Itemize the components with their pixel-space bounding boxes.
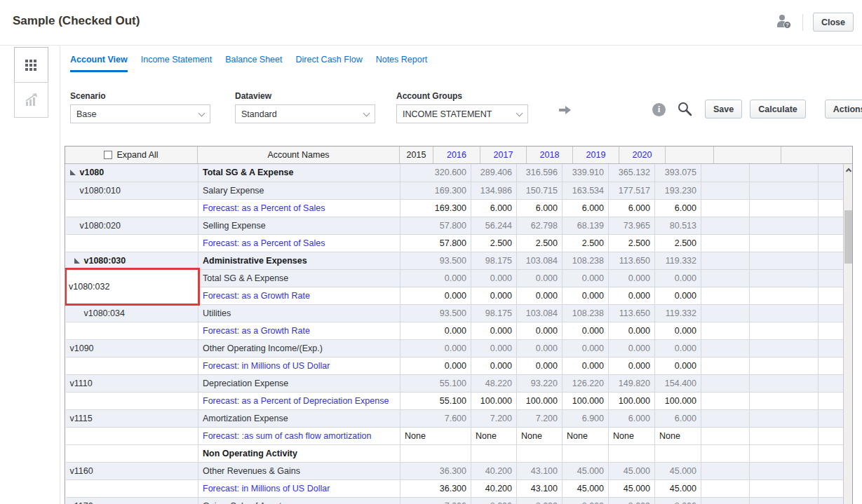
value-cell[interactable]: 339.910	[563, 164, 609, 182]
value-cell[interactable]: 113.650	[609, 304, 655, 322]
forecast-method-link[interactable]: Forecast: :as sum of cash flow amortizat…	[198, 427, 400, 444]
value-cell[interactable]: 0.000	[563, 357, 609, 374]
actions-button[interactable]: Actions	[825, 100, 862, 118]
scrollbar-thumb[interactable]	[844, 210, 853, 264]
value-cell[interactable]: 43.100	[517, 462, 563, 479]
account-name-cell[interactable]: Utilities	[198, 304, 400, 322]
value-cell[interactable]	[517, 444, 563, 462]
value-cell[interactable]: 73.965	[609, 217, 655, 234]
forecast-method-link[interactable]: Forecast: as a Growth Rate	[198, 322, 400, 339]
forecast-method-link[interactable]: Forecast: as a Percent of Sales	[198, 234, 400, 252]
value-cell[interactable]: 320.600	[400, 164, 471, 182]
chart-view-button[interactable]	[14, 82, 48, 118]
value-cell[interactable]: 0.000	[609, 287, 655, 304]
value-cell[interactable]: 0.000	[471, 269, 517, 287]
value-cell[interactable]: 0.000	[655, 287, 701, 304]
value-cell[interactable]: 6.000	[517, 199, 563, 217]
value-cell[interactable]: 0.000	[563, 269, 609, 287]
value-cell[interactable]: None	[655, 427, 701, 444]
value-cell[interactable]: 0.000	[655, 322, 701, 339]
value-cell[interactable]: 149.820	[609, 374, 655, 392]
account-code-cell[interactable]: v1090	[66, 339, 198, 357]
value-cell[interactable]: 36.300	[400, 479, 471, 497]
account-code-cell[interactable]: v1080	[66, 164, 198, 182]
value-cell[interactable]: 0.000	[471, 339, 517, 357]
value-cell[interactable]: 0.000	[517, 287, 563, 304]
value-cell[interactable]: 62.798	[517, 217, 563, 234]
value-cell[interactable]: 0.000	[655, 339, 701, 357]
value-cell[interactable]: 103.084	[517, 252, 563, 269]
value-cell[interactable]: 100.000	[609, 392, 655, 409]
expanded-triangle-icon[interactable]	[70, 170, 76, 175]
value-cell[interactable]: 45.000	[563, 479, 609, 497]
value-cell[interactable]: 6.000	[609, 409, 655, 427]
account-code-cell[interactable]	[66, 479, 198, 497]
value-cell[interactable]: 7.200	[517, 409, 563, 427]
value-cell[interactable]: 0.000	[400, 357, 471, 374]
value-cell[interactable]: 0.000	[517, 357, 563, 374]
value-cell[interactable]: 0.000	[563, 322, 609, 339]
tab-balance-sheet[interactable]: Balance Sheet	[225, 55, 282, 72]
value-cell[interactable]: None	[563, 427, 609, 444]
value-cell[interactable]: 6.900	[563, 409, 609, 427]
value-cell[interactable]: 163.534	[563, 182, 609, 199]
value-cell[interactable]: 45.000	[563, 462, 609, 479]
save-button[interactable]: Save	[705, 100, 742, 118]
account-name-cell[interactable]: Other Operating Income/(Exp.)	[198, 339, 400, 357]
value-cell[interactable]: 0.000	[400, 287, 471, 304]
account-code-cell[interactable]	[66, 234, 198, 252]
value-cell[interactable]: 98.175	[471, 252, 517, 269]
close-button[interactable]: Close	[813, 13, 854, 32]
value-cell[interactable]: 365.132	[609, 164, 655, 182]
value-cell[interactable]: 2.500	[655, 234, 701, 252]
apply-arrow-icon[interactable]	[558, 104, 573, 119]
vertical-scrollbar[interactable]	[843, 164, 853, 504]
value-cell[interactable]: None	[517, 427, 563, 444]
value-cell[interactable]: 103.084	[517, 304, 563, 322]
account-name-cell[interactable]: Selling Expense	[198, 217, 400, 234]
value-cell[interactable]: 0.000	[655, 269, 701, 287]
forecast-method-link[interactable]: Forecast: as a Growth Rate	[198, 287, 400, 304]
value-cell[interactable]: 8.000	[609, 497, 655, 504]
value-cell[interactable]: 100.000	[517, 392, 563, 409]
value-cell[interactable]: 2.500	[517, 234, 563, 252]
value-cell[interactable]: 0.000	[471, 322, 517, 339]
value-cell[interactable]: 0.000	[517, 322, 563, 339]
account-code-cell[interactable]: v1170	[66, 497, 198, 504]
value-cell[interactable]: 45.000	[609, 479, 655, 497]
value-cell[interactable]: 57.800	[400, 234, 471, 252]
account-name-cell[interactable]: Gains: Sale of Assets	[198, 497, 400, 504]
account-code-cell[interactable]: v1080:010	[66, 182, 198, 199]
account-code-cell[interactable]	[66, 357, 198, 374]
expanded-triangle-icon[interactable]	[74, 258, 80, 264]
scroll-up-button[interactable]	[844, 164, 853, 175]
account-name-cell[interactable]: Depreciation Expense	[198, 374, 400, 392]
value-cell[interactable]: 126.220	[563, 374, 609, 392]
account-code-cell[interactable]: v1080:034	[66, 304, 198, 322]
value-cell[interactable]: 0.000	[400, 339, 471, 357]
tab-notes-report[interactable]: Notes Report	[376, 55, 428, 72]
value-cell[interactable]: 177.517	[609, 182, 655, 199]
year-header-2016[interactable]: 2016	[433, 147, 480, 163]
value-cell[interactable]: 169.300	[400, 182, 471, 199]
account-name-cell[interactable]: Administrative Expenses	[198, 252, 400, 269]
value-cell[interactable]: 2.500	[563, 234, 609, 252]
value-cell[interactable]: 0.000	[655, 357, 701, 374]
value-cell[interactable]: 0.000	[609, 339, 655, 357]
value-cell[interactable]: 93.500	[400, 304, 471, 322]
value-cell[interactable]: 150.715	[517, 182, 563, 199]
value-cell[interactable]: 316.596	[517, 164, 563, 182]
forecast-method-link[interactable]: Forecast: as a Percent of Sales	[198, 199, 400, 217]
forecast-method-link[interactable]: Forecast: in Millions of US Dollar	[198, 479, 400, 497]
value-cell[interactable]: 6.000	[563, 199, 609, 217]
value-cell[interactable]: 98.175	[471, 304, 517, 322]
value-cell[interactable]: 6.000	[655, 409, 701, 427]
value-cell[interactable]: 68.139	[563, 217, 609, 234]
value-cell[interactable]: 7.000	[400, 497, 471, 504]
account-code-cell[interactable]	[66, 427, 198, 444]
value-cell[interactable]: 43.100	[517, 479, 563, 497]
account-code-cell[interactable]: v1080:030	[66, 252, 198, 269]
account-code-cell[interactable]: v1110	[66, 374, 198, 392]
value-cell[interactable]: 93.500	[400, 252, 471, 269]
tab-income-statement[interactable]: Income Statement	[141, 55, 212, 72]
